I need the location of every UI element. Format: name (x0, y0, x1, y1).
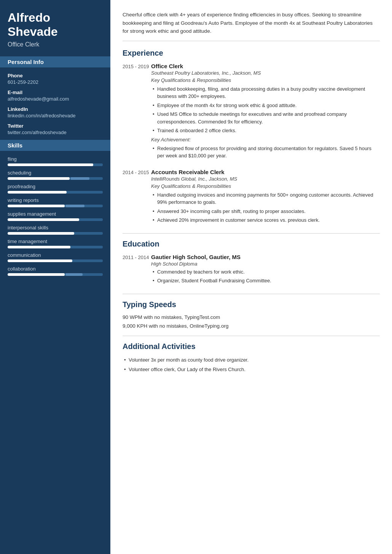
linkedin-label: LinkedIn (8, 106, 103, 112)
skill-item: interpersonal skills (8, 225, 103, 235)
list-item: Commended by teachers for work ethic. (151, 268, 380, 276)
entry-body: Office ClerkSoutheast Poultry Laboratori… (151, 63, 380, 162)
skill-bar-background (8, 163, 103, 166)
skill-bar-fill (8, 232, 74, 235)
list-item: Redesigned flow of process for providing… (151, 145, 380, 160)
entry-company: Southeast Poultry Laboratories, Inc., Ja… (151, 70, 380, 76)
entry-qualifications-label: Key Qualifications & Responsibilities (151, 183, 380, 189)
section-divider-activities (123, 336, 380, 336)
skill-bar-background (8, 218, 103, 221)
contact-linkedin: LinkedIn linkedin.com/in/alfredoshevade (8, 106, 103, 118)
skill-bar-fill (8, 273, 65, 276)
skill-name: interpersonal skills (8, 225, 103, 231)
skill-name: supplies management (8, 211, 103, 217)
resume-container: Alfredo Shevade Office Clerk Personal In… (0, 0, 392, 554)
candidate-title: Office Clerk (8, 41, 103, 48)
skill-bar-fill (8, 191, 67, 194)
skill-item: supplies management (8, 211, 103, 221)
entry-achievement-label: Key Achievement: (151, 137, 380, 143)
typing-list: 90 WPM with no mistakes, TypingTest.com9… (123, 314, 380, 329)
skills-header: Skills (0, 140, 110, 151)
entry-dates: 2011 - 2014 (123, 254, 151, 287)
skill-bar-fill (8, 218, 79, 221)
phone-value: 601-259-2202 (8, 79, 103, 85)
summary-text: Cheerful office clerk with 4+ years of e… (123, 11, 380, 41)
skill-name: scheduling (8, 170, 103, 176)
entry-job-title: Accounts Receivable Clerk (151, 169, 380, 175)
entry-school-name: Gautier High School, Gautier, MS (151, 254, 380, 260)
skill-bar-background (8, 259, 103, 262)
skill-name: collaboration (8, 266, 103, 272)
linkedin-value: linkedin.com/in/alfredoshevade (8, 113, 103, 118)
skill-name: time management (8, 239, 103, 244)
skill-bar-background (8, 205, 103, 207)
list-item: Volunteer 3x per month as county food dr… (123, 356, 380, 364)
skill-bar-background (8, 246, 103, 248)
phone-label: Phone (8, 73, 103, 78)
education-entry: 2011 - 2014Gautier High School, Gautier,… (123, 254, 380, 287)
list-item: Volunteer office clerk, Our Lady of the … (123, 366, 380, 373)
entry-job-title: Office Clerk (151, 63, 380, 69)
personal-info-header: Personal Info (0, 56, 110, 67)
entry-qualifications-label: Key Qualifications & Responsibilities (151, 77, 380, 83)
twitter-value: twitter.com/alfredoshevade (8, 130, 103, 135)
list-item: Trained & onboarded 2 office clerks. (151, 127, 380, 134)
skill-name: writing reports (8, 197, 103, 203)
skill-name: communication (8, 252, 103, 258)
activities-list: Volunteer 3x per month as county food dr… (123, 356, 380, 373)
skill-item: collaboration (8, 266, 103, 276)
experience-entry: 2015 - 2019Office ClerkSoutheast Poultry… (123, 63, 380, 162)
skill-item: writing reports (8, 197, 103, 207)
sidebar: Alfredo Shevade Office Clerk Personal In… (0, 0, 110, 554)
skill-bar-extra (70, 177, 89, 180)
entry-body: Accounts Receivable ClerkIntelliRounds G… (151, 169, 380, 226)
typing-title: Typing Speeds (123, 300, 380, 309)
skill-bar-background (8, 177, 103, 180)
entry-achievement-bullets: Redesigned flow of process for providing… (151, 145, 380, 160)
skill-name: fling (8, 156, 103, 162)
skill-bar-background (8, 191, 103, 194)
email-value: alfredoshevade@gmail.com (8, 96, 103, 102)
entry-bullets-list: Handled bookkeeping, filing, and data pr… (151, 85, 380, 134)
entry-dates: 2014 - 2015 (123, 169, 151, 226)
entry-degree: High School Diploma (151, 261, 380, 267)
typing-speed-item: 9,000 KPH with no mistakes, OnlineTyping… (123, 323, 380, 329)
skill-bar-background (8, 232, 103, 235)
skill-bar-background (8, 273, 103, 276)
skill-bar-fill (8, 246, 70, 248)
experience-title: Experience (123, 49, 380, 58)
list-item: Employee of the month 4x for strong work… (151, 102, 380, 109)
skill-item: communication (8, 252, 103, 262)
list-item: Handled bookkeeping, filing, and data pr… (151, 85, 380, 100)
contact-twitter: Twitter twitter.com/alfredoshevade (8, 123, 103, 135)
skill-item: proofreading (8, 184, 103, 194)
list-item: Organizer, Student Football Fundraising … (151, 277, 380, 285)
skill-bar-fill (8, 259, 72, 262)
experience-list: 2015 - 2019Office ClerkSoutheast Poultry… (123, 63, 380, 226)
entry-bullets-list: Commended by teachers for work ethic.Org… (151, 268, 380, 285)
education-list: 2011 - 2014Gautier High School, Gautier,… (123, 254, 380, 287)
list-item: Answered 30+ incoming calls per shift, r… (151, 208, 380, 215)
skill-item: time management (8, 239, 103, 248)
list-item: Handled outgoing invoices and incoming p… (151, 191, 380, 206)
skill-bar-fill (8, 205, 65, 207)
entry-dates: 2015 - 2019 (123, 63, 151, 162)
skill-bar-extra (65, 273, 83, 276)
skill-bar-fill (8, 163, 93, 166)
skill-bar-fill (8, 177, 70, 180)
skill-item: fling (8, 156, 103, 166)
skill-item: scheduling (8, 170, 103, 180)
education-title: Education (123, 240, 380, 248)
typing-speed-item: 90 WPM with no mistakes, TypingTest.com (123, 314, 380, 320)
entry-company: IntelliRounds Global, Inc., Jackson, MS (151, 176, 380, 182)
list-item: Used MS Office to schedule meetings for … (151, 110, 380, 125)
experience-entry: 2014 - 2015Accounts Receivable ClerkInte… (123, 169, 380, 226)
main-content: Cheerful office clerk with 4+ years of e… (110, 0, 392, 554)
email-label: E-mail (8, 90, 103, 95)
section-divider-education (123, 233, 380, 234)
skill-name: proofreading (8, 184, 103, 189)
skill-bar-extra (65, 205, 84, 207)
section-divider-typing (123, 294, 380, 294)
entry-body: Gautier High School, Gautier, MSHigh Sch… (151, 254, 380, 287)
twitter-label: Twitter (8, 123, 103, 129)
